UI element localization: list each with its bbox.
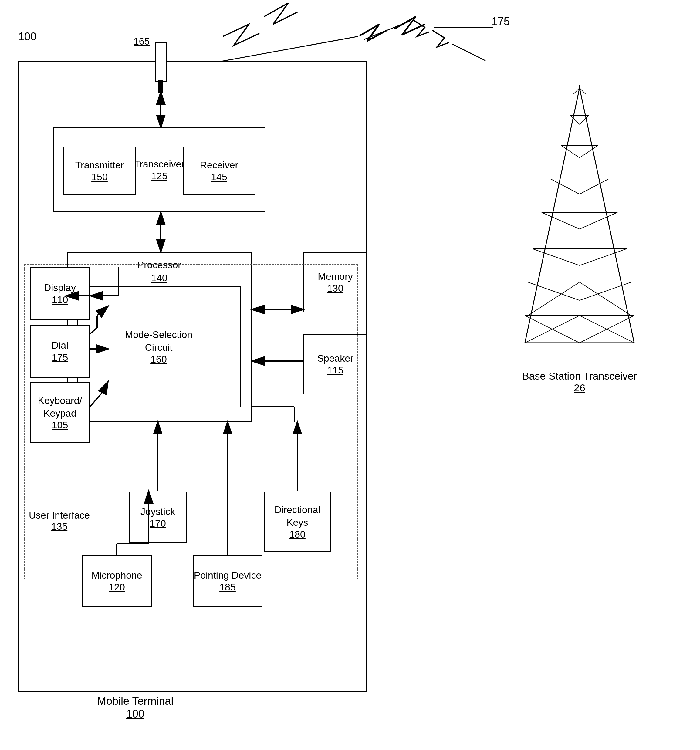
mobile-terminal-label: Mobile Terminal 100 bbox=[97, 695, 173, 720]
label-100-topleft: 100 bbox=[18, 30, 36, 43]
antenna-label: 165 bbox=[134, 36, 149, 47]
keyboard-box: Keyboard/Keypad 105 bbox=[30, 382, 89, 443]
joystick-box: Joystick 170 bbox=[129, 492, 187, 543]
pointing-device-box: Pointing Device 185 bbox=[193, 555, 263, 607]
antenna-shape bbox=[155, 43, 167, 82]
svg-line-35 bbox=[580, 249, 626, 266]
svg-line-28 bbox=[551, 179, 580, 194]
svg-marker-20 bbox=[525, 88, 634, 343]
transmitter-box: Transmitter 150 bbox=[63, 146, 136, 195]
svg-line-34 bbox=[532, 249, 580, 266]
receiver-box: Receiver 145 bbox=[183, 146, 255, 195]
antenna-connector bbox=[158, 80, 163, 92]
diagram: 100 165 Transceiver 125 Transmitter 150 … bbox=[0, 0, 700, 750]
user-interface-label: User Interface 135 bbox=[29, 510, 90, 532]
base-station-tower-svg bbox=[516, 85, 643, 358]
svg-line-19 bbox=[452, 44, 486, 61]
svg-line-44 bbox=[528, 282, 580, 315]
transceiver-box: Transceiver 125 Transmitter 150 Receiver… bbox=[53, 128, 266, 212]
svg-line-32 bbox=[580, 212, 617, 229]
svg-line-26 bbox=[580, 146, 598, 158]
svg-line-29 bbox=[580, 179, 608, 194]
wireless-signal-svg bbox=[364, 15, 516, 106]
directional-keys-box: DirectionalKeys 180 bbox=[264, 492, 331, 552]
svg-line-45 bbox=[580, 282, 631, 315]
base-station-label: Base Station Transceiver 26 bbox=[510, 370, 649, 394]
svg-line-25 bbox=[562, 146, 580, 158]
dial-box: Dial 175 bbox=[30, 325, 89, 378]
microphone-box: Microphone 120 bbox=[82, 555, 152, 607]
svg-line-31 bbox=[542, 212, 580, 229]
display-box: Display 110 bbox=[30, 267, 89, 320]
svg-line-18 bbox=[364, 21, 410, 40]
